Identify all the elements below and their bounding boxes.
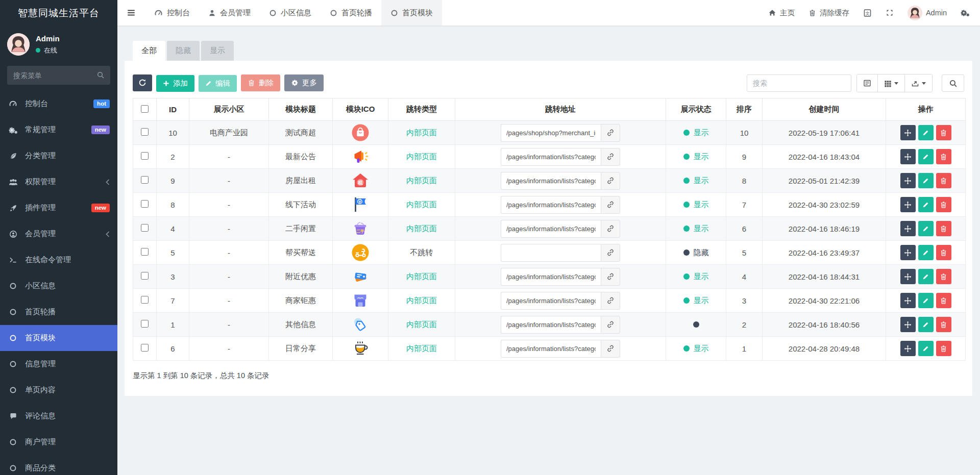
sidebar-item-category[interactable]: 分类管理 — [0, 143, 117, 169]
edit-button[interactable] — [918, 245, 934, 260]
status-badge[interactable]: 显示 — [683, 272, 709, 282]
export-button[interactable] — [904, 74, 932, 92]
topbar-fullscreen[interactable] — [886, 9, 894, 17]
columns-toggle-button[interactable] — [877, 74, 904, 92]
edit-button[interactable]: 编辑 — [199, 75, 237, 92]
delete-button[interactable] — [936, 293, 951, 308]
delete-button[interactable] — [936, 221, 951, 236]
delete-button[interactable] — [936, 317, 951, 332]
sidebar-search-input[interactable] — [7, 66, 110, 85]
link-icon[interactable] — [601, 172, 620, 190]
status-badge[interactable]: 显示 — [683, 296, 709, 306]
url-input[interactable] — [501, 292, 601, 310]
status-badge[interactable]: 显示 — [683, 152, 709, 162]
drag-button[interactable] — [900, 149, 916, 164]
topbar-settings[interactable] — [961, 9, 970, 17]
refresh-button[interactable] — [133, 74, 152, 91]
link-icon[interactable] — [601, 196, 620, 214]
row-checkbox[interactable] — [141, 200, 149, 208]
url-input[interactable] — [501, 220, 601, 238]
sidebar-item-members[interactable]: 会员管理 — [0, 221, 117, 247]
row-checkbox[interactable] — [141, 320, 149, 328]
tab-community-info[interactable]: 小区信息 — [260, 0, 321, 26]
drag-button[interactable] — [900, 197, 916, 212]
row-checkbox[interactable] — [141, 152, 149, 160]
drag-button[interactable] — [900, 317, 916, 332]
search-button[interactable] — [942, 74, 964, 92]
edit-button[interactable] — [918, 149, 934, 164]
topbar-language[interactable]: 文 — [863, 9, 872, 17]
row-checkbox[interactable] — [141, 176, 149, 184]
tab-console[interactable]: 控制台 — [145, 0, 199, 26]
row-checkbox[interactable] — [141, 296, 149, 304]
status-badge[interactable]: 显示 — [683, 176, 709, 186]
edit-button[interactable] — [918, 341, 934, 356]
delete-button[interactable] — [936, 197, 951, 212]
row-checkbox[interactable] — [141, 248, 149, 256]
link-icon[interactable] — [601, 292, 620, 310]
status-badge[interactable]: 显示 — [683, 224, 709, 234]
sidebar-item-goods-category[interactable]: 商品分类 — [0, 455, 117, 475]
edit-button[interactable] — [918, 221, 934, 236]
tab-home-modules[interactable]: 首页模块 — [381, 0, 442, 26]
add-button[interactable]: 添加 — [156, 75, 194, 92]
sidebar-item-addons[interactable]: 插件管理new — [0, 195, 117, 221]
sidebar-item-online-command[interactable]: 在线命令管理 — [0, 247, 117, 273]
filter-tab-全部[interactable]: 全部 — [133, 41, 165, 61]
delete-button[interactable] — [936, 125, 951, 140]
row-checkbox[interactable] — [141, 224, 149, 232]
hamburger-icon[interactable] — [117, 0, 145, 26]
select-all-checkbox[interactable] — [141, 105, 149, 113]
edit-button[interactable] — [918, 197, 934, 212]
sidebar-item-comments[interactable]: 评论信息 — [0, 403, 117, 429]
drag-button[interactable] — [900, 221, 916, 236]
edit-button[interactable] — [918, 293, 934, 308]
delete-button[interactable] — [936, 173, 951, 188]
edit-button[interactable] — [918, 125, 934, 140]
status-badge[interactable] — [693, 321, 699, 328]
more-button[interactable]: 更多 — [284, 74, 324, 91]
url-input[interactable] — [501, 244, 601, 262]
status-badge[interactable]: 显示 — [683, 344, 709, 354]
drag-button[interactable] — [900, 293, 916, 308]
topbar-admin-user[interactable]: Admin — [908, 6, 947, 20]
link-icon[interactable] — [601, 148, 620, 166]
sidebar-item-auth[interactable]: 权限管理 — [0, 169, 117, 195]
delete-button[interactable] — [936, 149, 951, 164]
url-input[interactable] — [501, 268, 601, 286]
drag-button[interactable] — [900, 341, 916, 356]
status-badge[interactable]: 隐藏 — [683, 248, 709, 258]
sidebar-item-home-modules[interactable]: 首页模块 — [0, 325, 117, 351]
drag-button[interactable] — [900, 125, 916, 140]
filter-tab-显示[interactable]: 显示 — [201, 41, 234, 61]
drag-button[interactable] — [900, 173, 916, 188]
edit-button[interactable] — [918, 269, 934, 284]
tab-members[interactable]: 会员管理 — [199, 0, 260, 26]
delete-button[interactable]: 删除 — [241, 74, 280, 91]
filter-tab-隐藏[interactable]: 隐藏 — [167, 41, 200, 61]
delete-button[interactable] — [936, 245, 951, 260]
sidebar-item-single-page[interactable]: 单页内容 — [0, 377, 117, 403]
link-icon[interactable] — [601, 244, 620, 262]
link-icon[interactable] — [601, 268, 620, 286]
row-checkbox[interactable] — [141, 272, 149, 280]
status-badge[interactable]: 显示 — [683, 128, 709, 138]
sidebar-item-home-carousel[interactable]: 首页轮播 — [0, 299, 117, 325]
link-icon[interactable] — [601, 340, 620, 358]
edit-button[interactable] — [918, 317, 934, 332]
row-checkbox[interactable] — [141, 344, 149, 352]
drag-button[interactable] — [900, 245, 916, 260]
link-icon[interactable] — [601, 316, 620, 334]
topbar-home[interactable]: 主页 — [768, 8, 795, 18]
tab-home-carousel[interactable]: 首页轮播 — [321, 0, 381, 26]
detail-view-button[interactable] — [857, 74, 877, 92]
url-input[interactable] — [501, 316, 601, 334]
url-input[interactable] — [501, 196, 601, 214]
sidebar-item-general[interactable]: 常规管理new — [0, 117, 117, 143]
url-input[interactable] — [501, 124, 601, 142]
link-icon[interactable] — [601, 220, 620, 238]
url-input[interactable] — [501, 340, 601, 358]
delete-button[interactable] — [936, 269, 951, 284]
row-checkbox[interactable] — [141, 128, 149, 136]
edit-button[interactable] — [918, 173, 934, 188]
